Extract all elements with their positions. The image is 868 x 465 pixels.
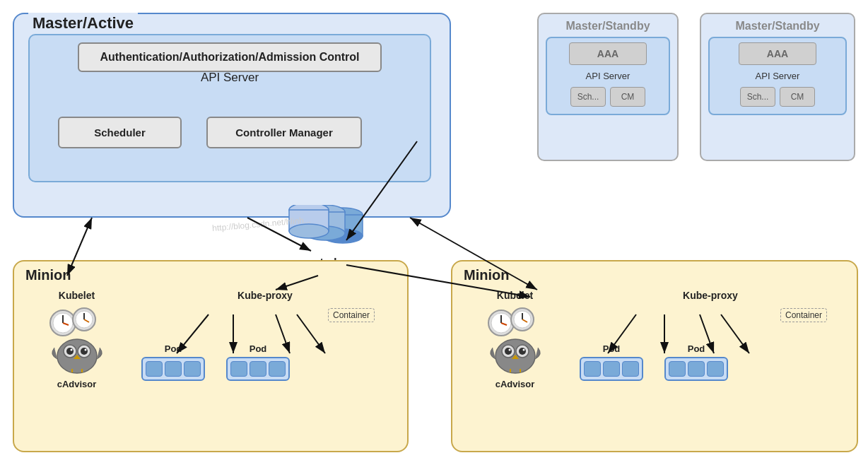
pod-unit: [584, 361, 601, 377]
svg-point-38: [505, 348, 512, 355]
diagram-container: Master/Active Authentication/Authorizati…: [0, 0, 868, 465]
pod-unit: [250, 361, 266, 377]
svg-point-8: [289, 224, 329, 238]
api-server-label: API Server: [201, 71, 259, 85]
pod-unit: [165, 361, 182, 377]
svg-point-21: [81, 348, 88, 355]
standby-aaa-2: AAA: [739, 42, 816, 65]
standby-box-2: Master/Standby AAA API Server Sch... CM: [700, 13, 855, 161]
kubelet-label-1: Kubelet: [59, 290, 95, 301]
kube-proxy-section-1: Kube-proxy Container Pod Pod: [134, 290, 396, 381]
standby-title-1: Master/Standby: [539, 20, 677, 33]
pod-group-2b: Pod: [664, 343, 728, 381]
pod-box-2a: [580, 357, 643, 381]
master-active-title: Master/Active: [28, 13, 138, 34]
controller-manager-box: Controller Manager: [206, 117, 362, 148]
standby-cm-2: CM: [780, 87, 815, 107]
kube-proxy-label-2: Kube-proxy: [573, 290, 848, 301]
minion-title-1: Minion: [25, 267, 71, 283]
kubelet-label-2: Kubelet: [497, 290, 533, 301]
standby-sch-1: Sch...: [570, 87, 606, 107]
pods-area-1: Container Pod Pod: [141, 343, 396, 381]
standby-inner-1: AAA API Server Sch... CM: [546, 37, 670, 115]
standby-aaa-1: AAA: [569, 42, 647, 65]
cadvisor-label-2: cAdvisor: [495, 379, 535, 389]
scheduler-box: Scheduler: [58, 117, 182, 148]
minion-box-1: Minion Kubelet: [13, 260, 409, 452]
pod-unit: [603, 361, 620, 377]
standby-box-1: Master/Standby AAA API Server Sch... CM: [537, 13, 679, 161]
svg-point-39: [519, 348, 526, 355]
pod-unit: [669, 361, 686, 377]
pod-unit: [230, 361, 247, 377]
pod-box-2b: [664, 357, 728, 381]
svg-point-41: [522, 349, 524, 351]
standby-cm-1: CM: [610, 87, 645, 107]
pod-unit: [707, 361, 724, 377]
svg-point-20: [66, 348, 74, 355]
master-active-box: Master/Active Authentication/Authorizati…: [13, 13, 451, 218]
pod-unit: [688, 361, 705, 377]
pod-group-1a: Pod: [141, 343, 205, 381]
minion-box-2: Minion Kubelet: [451, 260, 858, 452]
standby-bottom-row-2: Sch... CM: [740, 87, 815, 107]
svg-point-40: [508, 349, 510, 351]
pod-unit: [269, 361, 286, 377]
pod-unit: [622, 361, 639, 377]
svg-point-22: [70, 349, 72, 351]
owl-icon-2: [480, 305, 551, 376]
pod-unit: [146, 361, 163, 377]
standby-sch-2: Sch...: [740, 87, 775, 107]
standby-api-label-1: API Server: [586, 71, 631, 81]
pod-label-1a: Pod: [165, 343, 182, 354]
standby-api-label-2: API Server: [756, 71, 800, 81]
standby-bottom-row-1: Sch... CM: [570, 87, 645, 107]
standby-inner-2: AAA API Server Sch... CM: [708, 37, 847, 115]
etcd-cylinders-svg: [279, 205, 371, 251]
pods-area-2: Container Pod Pod: [580, 343, 848, 381]
pod-label-1b: Pod: [250, 343, 267, 354]
cadvisor-label-1: cAdvisor: [57, 379, 97, 389]
pod-unit: [184, 361, 201, 377]
standby-title-2: Master/Standby: [701, 20, 854, 33]
kubelet-section-1: Kubelet: [25, 290, 128, 438]
pod-group-1b: Pod: [226, 343, 290, 381]
pod-group-2a: Pod: [580, 343, 643, 381]
api-server-block: Authentication/Authorization/Admission C…: [28, 34, 431, 182]
container-label-2: Container: [780, 308, 827, 322]
pod-box-1b: [226, 357, 290, 381]
kubelet-section-2: Kubelet: [464, 290, 566, 438]
pod-label-2a: Pod: [603, 343, 621, 354]
svg-point-23: [84, 349, 86, 351]
kube-proxy-section-2: Kube-proxy Container Pod Pod: [573, 290, 848, 381]
owl-icon-1: [42, 305, 112, 376]
container-label-1: Container: [328, 308, 375, 322]
aaa-box: Authentication/Authorization/Admission C…: [78, 42, 382, 72]
pod-label-2b: Pod: [688, 343, 705, 354]
pod-box-1a: [141, 357, 205, 381]
minion-title-2: Minion: [464, 267, 509, 283]
kube-proxy-label-1: Kube-proxy: [134, 290, 396, 301]
